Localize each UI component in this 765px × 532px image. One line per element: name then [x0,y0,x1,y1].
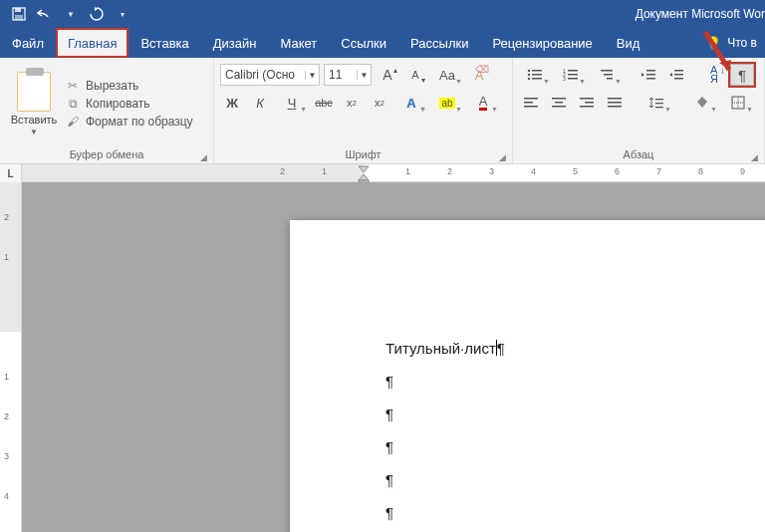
show-paragraph-marks-button[interactable]: ¶ [730,64,754,86]
svg-text:3: 3 [563,76,566,82]
format-painter-button[interactable]: 🖌 Формат по образцу [66,115,193,129]
tab-view[interactable]: Вид [605,28,652,58]
multilevel-button[interactable]: ▼ [591,64,623,86]
indent-marker[interactable] [358,164,370,182]
redo-icon[interactable] [88,5,106,23]
svg-point-5 [528,74,530,76]
line-spacing-button[interactable]: ▼ [640,92,672,114]
group-clipboard: Вставить ▼ ✂ Вырезать ⧉ Копировать 🖌 Фор… [0,58,214,163]
font-dialog-launcher[interactable]: ◢ [496,151,508,163]
svg-rect-34 [608,102,622,104]
pilcrow-icon: ¶ [385,471,393,488]
tell-me[interactable]: 💡 Что в [697,28,765,58]
ribbon: Вставить ▼ ✂ Вырезать ⧉ Копировать 🖌 Фор… [0,58,765,164]
svg-rect-30 [580,98,594,100]
svg-rect-24 [524,98,538,100]
svg-rect-17 [607,78,613,80]
text-line[interactable]: Титульный·лист¶ [385,332,505,365]
paragraph-dialog-launcher[interactable]: ◢ [748,151,760,163]
svg-rect-8 [532,78,542,80]
italic-button[interactable]: К [248,92,272,114]
group-paragraph: ▼ 123▼ ▼ АЯ↓ ¶ ▼ ▼ ▼ [513,58,765,163]
borders-button[interactable]: ▼ [722,92,754,114]
tab-review[interactable]: Рецензирование [480,28,604,58]
brush-icon: 🖌 [66,115,80,129]
empty-paragraph[interactable]: ¶ [385,365,505,398]
font-name-combo[interactable]: Calibri (Осно ▼ [220,64,320,86]
svg-rect-29 [552,106,566,108]
page[interactable]: Титульный·лист¶ ¶¶¶¶¶¶ [290,220,765,532]
justify-button[interactable] [603,92,627,114]
font-size-combo[interactable]: 11 ▼ [324,64,372,86]
tab-selector[interactable]: L [0,164,22,182]
font-name-value: Calibri (Осно [221,68,305,82]
tab-file[interactable]: Файл [0,28,56,58]
svg-rect-33 [608,98,622,100]
ruler-horizontal[interactable]: L 2 1 1 2 3 4 5 6 7 8 9 [0,164,765,182]
outdent-button[interactable] [637,64,660,86]
svg-rect-2 [15,15,23,20]
paste-label: Вставить [11,114,58,126]
group-paragraph-label: Абзац [624,148,654,160]
grow-font-button[interactable]: A▴ [376,64,399,86]
shrink-font-button[interactable]: A▾ [403,64,427,86]
copy-icon: ⧉ [66,97,80,111]
qat-customize-icon[interactable]: ▾ [114,5,131,23]
svg-rect-18 [646,70,655,72]
svg-rect-19 [646,74,655,76]
canvas[interactable]: Титульный·лист¶ ¶¶¶¶¶¶ [22,182,765,532]
ruler-tick: 9 [740,166,745,176]
numbering-button[interactable]: 123▼ [555,64,587,86]
tab-mailings[interactable]: Рассылки [398,28,480,58]
tab-design[interactable]: Дизайн [201,28,269,58]
bold-button[interactable]: Ж [220,92,244,114]
copy-button[interactable]: ⧉ Копировать [66,97,193,111]
undo-dropdown-icon[interactable]: ▼ [62,5,80,23]
align-right-button[interactable] [575,92,599,114]
superscript-button[interactable]: x2 [368,92,391,114]
tab-references[interactable]: Ссылки [329,28,398,58]
cut-button[interactable]: ✂ Вырезать [66,79,193,93]
ruler-tick: 4 [4,491,9,501]
svg-rect-14 [568,78,578,80]
tab-layout[interactable]: Макет [268,28,329,58]
ruler-tick: 2 [4,212,9,222]
text-effects-button[interactable]: A▼ [395,92,427,114]
document-content[interactable]: Титульный·лист¶ ¶¶¶¶¶¶ [385,332,505,532]
svg-point-7 [528,78,530,80]
sort-button[interactable]: АЯ↓ [702,64,726,86]
align-center-button[interactable] [547,92,571,114]
change-case-button[interactable]: Aa▼ [431,64,463,86]
paste-icon [17,72,51,112]
shading-button[interactable]: ▼ [686,92,718,114]
clear-format-button[interactable]: A⌫ [467,64,491,86]
ruler-tick: 2 [280,166,285,176]
strike-button[interactable]: abc [312,92,336,114]
save-icon[interactable] [10,5,28,23]
underline-button[interactable]: Ч▼ [276,92,308,114]
svg-rect-31 [585,102,594,104]
undo-icon[interactable] [36,5,54,23]
empty-paragraph[interactable]: ¶ [385,398,505,430]
svg-rect-21 [674,70,683,72]
group-font: Calibri (Осно ▼ 11 ▼ A▴ A▾ Aa▼ A⌫ Ж К Ч▼… [214,58,513,163]
group-font-label: Шрифт [345,148,381,160]
paste-button[interactable]: Вставить ▼ [6,62,62,145]
bullets-button[interactable]: ▼ [519,64,551,86]
empty-paragraph[interactable]: ¶ [385,463,505,496]
ruler-vertical[interactable]: 2 1 1 2 3 4 5 [0,182,22,532]
align-left-button[interactable] [519,92,543,114]
highlight-button[interactable]: ab▼ [431,92,463,114]
svg-rect-38 [655,107,663,108]
ruler-tick: 4 [531,166,536,176]
tab-insert[interactable]: Вставка [128,28,200,58]
font-color-button[interactable]: A▼ [467,92,499,114]
clipboard-dialog-launcher[interactable]: ◢ [197,151,209,163]
empty-paragraph[interactable]: ¶ [385,430,505,463]
empty-paragraph[interactable]: ¶ [385,496,505,529]
svg-rect-6 [532,74,542,76]
svg-rect-36 [655,99,663,100]
subscript-button[interactable]: x2 [340,92,364,114]
indent-button[interactable] [664,64,688,86]
tab-home[interactable]: Главная [56,28,128,58]
